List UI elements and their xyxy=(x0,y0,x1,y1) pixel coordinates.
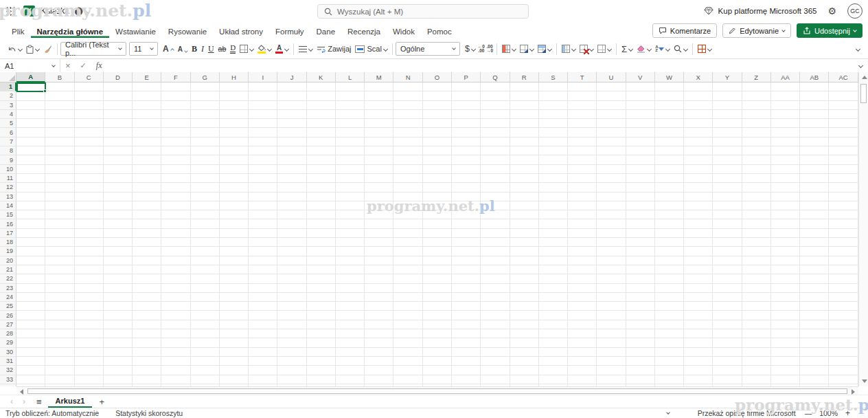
cell-AB4[interactable] xyxy=(800,110,829,119)
cell-T2[interactable] xyxy=(568,91,597,100)
cell-X22[interactable] xyxy=(684,274,713,283)
cell-H2[interactable] xyxy=(220,91,249,100)
cell-L33[interactable] xyxy=(336,375,365,384)
cell-N25[interactable] xyxy=(393,302,422,311)
cell-P20[interactable] xyxy=(452,256,481,265)
cell-P33[interactable] xyxy=(452,375,481,384)
cell-Q8[interactable] xyxy=(481,146,510,155)
cell-P16[interactable] xyxy=(452,219,481,228)
find-button[interactable] xyxy=(672,43,689,55)
cell-K14[interactable] xyxy=(307,201,336,210)
cell-N11[interactable] xyxy=(393,174,422,183)
cell-B4[interactable] xyxy=(45,110,74,119)
cell-G5[interactable] xyxy=(191,119,220,128)
cell-R12[interactable] xyxy=(510,183,539,192)
cell-E12[interactable] xyxy=(133,183,161,192)
cell-AB2[interactable] xyxy=(800,91,829,100)
cell-E32[interactable] xyxy=(133,366,161,375)
cell-L4[interactable] xyxy=(336,110,365,119)
cell-X19[interactable] xyxy=(684,247,713,256)
cell-T23[interactable] xyxy=(568,284,597,293)
cell-K25[interactable] xyxy=(307,302,336,311)
cell-AA9[interactable] xyxy=(771,155,800,164)
font-name-select[interactable]: Calibri (Tekst p... xyxy=(60,42,126,56)
cell-Q9[interactable] xyxy=(481,155,510,164)
cell-N17[interactable] xyxy=(393,229,422,238)
cell-A24[interactable] xyxy=(16,293,45,302)
cell-Z17[interactable] xyxy=(742,229,771,238)
cell-P14[interactable] xyxy=(452,201,481,210)
cell-P32[interactable] xyxy=(452,366,481,375)
cell-AB12[interactable] xyxy=(800,183,829,192)
cell-W26[interactable] xyxy=(655,311,684,320)
cell-F23[interactable] xyxy=(161,284,190,293)
menu-tab-rysowanie[interactable]: Rysowanie xyxy=(162,22,213,38)
cell-U10[interactable] xyxy=(597,165,626,174)
cell-A26[interactable] xyxy=(16,311,45,320)
menu-tab-narzędzia-główne[interactable]: Narzędzia główne xyxy=(31,22,110,38)
cell-K22[interactable] xyxy=(307,274,336,283)
cell-M9[interactable] xyxy=(365,155,393,164)
cell-F5[interactable] xyxy=(161,119,190,128)
cell-J2[interactable] xyxy=(277,91,306,100)
buy-microsoft-365-button[interactable]: Kup platformę Microsoft 365 xyxy=(704,7,817,15)
cell-AA23[interactable] xyxy=(771,284,800,293)
cell-K11[interactable] xyxy=(307,174,336,183)
cell-T5[interactable] xyxy=(568,119,597,128)
cell-AB25[interactable] xyxy=(800,302,829,311)
cell-V25[interactable] xyxy=(626,302,655,311)
cell-V30[interactable] xyxy=(626,348,655,357)
cell-D7[interactable] xyxy=(104,138,133,146)
cell-V16[interactable] xyxy=(626,219,655,228)
cell-AB17[interactable] xyxy=(800,229,829,238)
cell-S11[interactable] xyxy=(539,174,568,183)
cell-AB13[interactable] xyxy=(800,192,829,201)
cell-U5[interactable] xyxy=(597,119,626,128)
cell-Y19[interactable] xyxy=(713,247,742,256)
cell-Z2[interactable] xyxy=(742,91,771,100)
cell-AB32[interactable] xyxy=(800,366,829,375)
row-header-20[interactable]: 20 xyxy=(0,256,16,265)
cell-AA1[interactable] xyxy=(771,82,800,91)
cell-B7[interactable] xyxy=(45,138,74,146)
cell-K8[interactable] xyxy=(307,146,336,155)
cell-G30[interactable] xyxy=(191,348,220,357)
cell-D12[interactable] xyxy=(104,183,133,192)
cell-D20[interactable] xyxy=(104,256,133,265)
cell-K16[interactable] xyxy=(307,219,336,228)
enter-button[interactable]: ✓ xyxy=(76,61,91,70)
feedback-button[interactable]: Przekaż opinię firmie Microsoft xyxy=(698,409,796,417)
cell-Y13[interactable] xyxy=(713,192,742,201)
cell-V33[interactable] xyxy=(626,375,655,384)
cell-Q1[interactable] xyxy=(481,82,510,91)
vertical-scrollbar[interactable] xyxy=(858,72,868,386)
cell-S5[interactable] xyxy=(539,119,568,128)
cell-U29[interactable] xyxy=(597,338,626,347)
cell-X29[interactable] xyxy=(684,338,713,347)
cell-D13[interactable] xyxy=(104,192,133,201)
cell-AB7[interactable] xyxy=(800,138,829,146)
cell-I30[interactable] xyxy=(249,348,277,357)
sort-filter-button[interactable]: AZ xyxy=(653,43,672,55)
cell-I7[interactable] xyxy=(249,138,277,146)
cell-A2[interactable] xyxy=(16,91,45,100)
cell-R7[interactable] xyxy=(510,138,539,146)
cell-N8[interactable] xyxy=(393,146,422,155)
cell-C13[interactable] xyxy=(75,192,104,201)
cell-K10[interactable] xyxy=(307,165,336,174)
cell-AC21[interactable] xyxy=(829,265,858,274)
cell-H12[interactable] xyxy=(220,183,249,192)
cell-I32[interactable] xyxy=(249,366,277,375)
cell-I26[interactable] xyxy=(249,311,277,320)
cell-AB15[interactable] xyxy=(800,210,829,219)
cell-A15[interactable] xyxy=(16,210,45,219)
cell-M5[interactable] xyxy=(365,119,393,128)
cell-C17[interactable] xyxy=(75,229,104,238)
cell-U24[interactable] xyxy=(597,293,626,302)
menu-tab-recenzja[interactable]: Recenzja xyxy=(341,22,387,38)
cell-V29[interactable] xyxy=(626,338,655,347)
cell-U9[interactable] xyxy=(597,155,626,164)
cell-F8[interactable] xyxy=(161,146,190,155)
cell-E24[interactable] xyxy=(133,293,161,302)
cell-AB5[interactable] xyxy=(800,119,829,128)
